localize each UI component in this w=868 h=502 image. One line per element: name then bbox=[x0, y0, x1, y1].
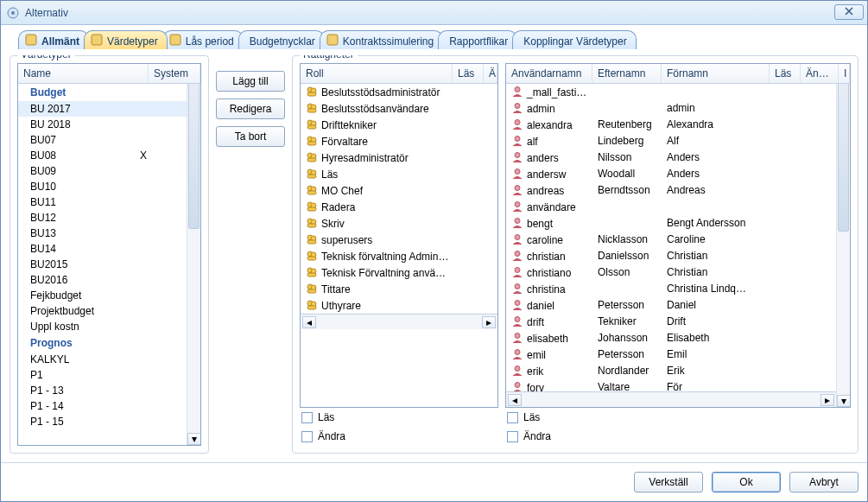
user-row[interactable]: christinaChristina Lindqvist bbox=[506, 281, 836, 297]
value-type-row[interactable]: P1 - 15 bbox=[18, 414, 187, 429]
users-read-checkbox[interactable]: Läs bbox=[505, 408, 851, 427]
value-type-row[interactable]: BU07 bbox=[18, 132, 187, 148]
column-role-read-header[interactable]: Läs bbox=[453, 64, 484, 83]
user-row[interactable]: andersNilssonAnders bbox=[506, 149, 836, 166]
scroll-left-icon[interactable]: ◂ bbox=[508, 394, 522, 406]
user-row[interactable]: anderswWoodallAnders bbox=[506, 166, 836, 182]
user-icon bbox=[511, 200, 523, 213]
tab-l-s-period[interactable]: Lås period bbox=[162, 30, 244, 49]
user-row[interactable]: användare bbox=[506, 199, 836, 215]
roles-read-checkbox[interactable]: Läs bbox=[300, 408, 498, 427]
value-type-row[interactable]: BU12 bbox=[18, 210, 187, 226]
cancel-button[interactable]: Avbryt bbox=[789, 472, 858, 492]
value-type-row[interactable]: P1 bbox=[18, 367, 187, 383]
value-type-row[interactable]: BU2015 bbox=[18, 257, 187, 272]
scroll-right-icon[interactable]: ▸ bbox=[820, 394, 834, 406]
role-row[interactable]: Radera bbox=[301, 199, 497, 215]
role-row[interactable]: Beslutsstödsanvändare bbox=[301, 100, 497, 117]
value-type-row[interactable]: KALKYL bbox=[18, 352, 187, 367]
roles-edit-checkbox[interactable]: Ändra bbox=[300, 427, 498, 446]
user-lastname bbox=[592, 216, 662, 231]
apply-button[interactable]: Verkställ bbox=[634, 472, 703, 492]
users-hscrollbar[interactable]: ◂ ▸ bbox=[506, 391, 836, 407]
tab-kopplingar-v-rdetyper[interactable]: Kopplingar Värdetyper bbox=[512, 30, 636, 49]
delete-button[interactable]: Ta bort bbox=[216, 126, 285, 147]
role-row[interactable]: superusers bbox=[301, 232, 497, 248]
tab-allm-nt[interactable]: Allmänt bbox=[18, 30, 89, 49]
value-type-row[interactable]: BU 2017 bbox=[18, 101, 187, 117]
role-row[interactable]: Beslutsstödsadministratör bbox=[301, 84, 497, 100]
role-row[interactable]: Hyresadministratör bbox=[301, 149, 497, 166]
user-row[interactable]: elisabethJohanssonElisabeth bbox=[506, 330, 836, 346]
value-type-row[interactable]: BU14 bbox=[18, 241, 187, 257]
roles-list[interactable]: Roll Läs Ä BeslutsstödsadministratörBesl… bbox=[300, 63, 498, 408]
value-types-list[interactable]: Name System BudgetBU 2017BU 2018BU07BU08… bbox=[17, 63, 201, 446]
user-row[interactable]: christianoOlssonChristian bbox=[506, 264, 836, 281]
value-type-row[interactable]: BU2016 bbox=[18, 272, 187, 288]
scroll-down-icon[interactable]: ▾ bbox=[187, 433, 201, 445]
value-type-row[interactable]: Projektbudget bbox=[18, 303, 187, 319]
tab-budgetnycklar[interactable]: Budgetnycklar bbox=[238, 30, 325, 49]
svg-point-66 bbox=[515, 383, 520, 388]
scroll-left-icon[interactable]: ◂ bbox=[302, 316, 316, 328]
user-row[interactable]: bengtBengt Andersson bbox=[506, 215, 836, 232]
column-name-header[interactable]: Name bbox=[18, 64, 149, 83]
value-type-row[interactable]: BU08X bbox=[18, 148, 187, 163]
user-row[interactable]: emilPeterssonEmil bbox=[506, 346, 836, 363]
roles-hscrollbar[interactable]: ◂ ▸ bbox=[301, 314, 497, 329]
role-row[interactable]: Tittare bbox=[301, 281, 497, 297]
column-extra-header[interactable]: I bbox=[839, 64, 850, 83]
users-list[interactable]: Användarnamn Efternamn Förnamn Läs Ändra… bbox=[505, 63, 851, 408]
value-type-row[interactable]: P1 - 14 bbox=[18, 398, 187, 414]
column-user-edit-header[interactable]: Ändra bbox=[801, 64, 839, 83]
role-row[interactable]: Teknisk Förvaltning användare bbox=[301, 264, 497, 281]
value-type-row[interactable]: Uppl kostn bbox=[18, 319, 187, 334]
user-row[interactable]: carolineNicklassonCaroline bbox=[506, 232, 836, 248]
close-icon bbox=[845, 6, 853, 18]
close-button[interactable] bbox=[834, 4, 864, 20]
role-row[interactable]: Förvaltare bbox=[301, 133, 497, 149]
tab-v-rdetyper[interactable]: Värdetyper bbox=[84, 30, 168, 49]
role-row[interactable]: Teknisk förvaltning Administratör bbox=[301, 248, 497, 264]
role-row[interactable]: MO Chef bbox=[301, 182, 497, 199]
role-row[interactable]: Läs bbox=[301, 166, 497, 182]
value-type-row[interactable]: BU10 bbox=[18, 179, 187, 194]
value-type-row[interactable]: BU09 bbox=[18, 163, 187, 179]
users-vscrollbar[interactable]: ▴ ▾ bbox=[836, 64, 850, 407]
role-name: Hyresadministratör bbox=[321, 152, 409, 164]
edit-button[interactable]: Redigera bbox=[216, 98, 285, 119]
user-row[interactable]: alfLindebergAlf bbox=[506, 133, 836, 149]
value-types-vscrollbar[interactable]: ▴ ▾ bbox=[187, 64, 200, 445]
column-role-edit-header[interactable]: Ä bbox=[484, 64, 497, 83]
user-row[interactable]: danielPeterssonDaniel bbox=[506, 297, 836, 314]
user-row[interactable]: erikNordlanderErik bbox=[506, 363, 836, 379]
role-row[interactable]: Uthyrare bbox=[301, 297, 497, 314]
users-edit-checkbox[interactable]: Ändra bbox=[505, 427, 851, 446]
ok-button[interactable]: Ok bbox=[712, 472, 781, 492]
column-user-header[interactable]: Användarnamn bbox=[506, 64, 592, 83]
role-name: Uthyrare bbox=[321, 300, 361, 312]
column-firstname-header[interactable]: Förnamn bbox=[662, 64, 770, 83]
user-row[interactable]: christianDanielssonChristian bbox=[506, 248, 836, 264]
user-row[interactable]: andreasBerndtssonAndreas bbox=[506, 182, 836, 199]
user-row[interactable]: _mall_fastighetweb bbox=[506, 84, 836, 100]
column-role-header[interactable]: Roll bbox=[301, 64, 453, 83]
scroll-right-icon[interactable]: ▸ bbox=[482, 316, 496, 328]
scroll-down-icon[interactable]: ▾ bbox=[837, 395, 851, 407]
tab-rapportflikar[interactable]: Rapportflikar bbox=[438, 30, 517, 49]
value-type-row[interactable]: BU 2018 bbox=[18, 117, 187, 132]
column-user-read-header[interactable]: Läs bbox=[770, 64, 801, 83]
add-button[interactable]: Lägg till bbox=[216, 71, 285, 92]
column-system-header[interactable]: System bbox=[149, 64, 200, 83]
user-row[interactable]: adminadmin bbox=[506, 100, 836, 117]
value-type-row[interactable]: Fejkbudget bbox=[18, 288, 187, 303]
value-type-row[interactable]: P1 - 13 bbox=[18, 383, 187, 398]
value-type-row[interactable]: BU11 bbox=[18, 194, 187, 210]
column-lastname-header[interactable]: Efternamn bbox=[592, 64, 662, 83]
role-row[interactable]: Skriv bbox=[301, 215, 497, 232]
user-row[interactable]: alexandraReutenbergAlexandra bbox=[506, 117, 836, 133]
user-row[interactable]: driftTeknikerDrift bbox=[506, 314, 836, 330]
value-type-row[interactable]: BU13 bbox=[18, 226, 187, 241]
tab-kontraktssimulering[interactable]: Kontraktssimulering bbox=[320, 30, 443, 49]
role-row[interactable]: Drifttekniker bbox=[301, 117, 497, 133]
